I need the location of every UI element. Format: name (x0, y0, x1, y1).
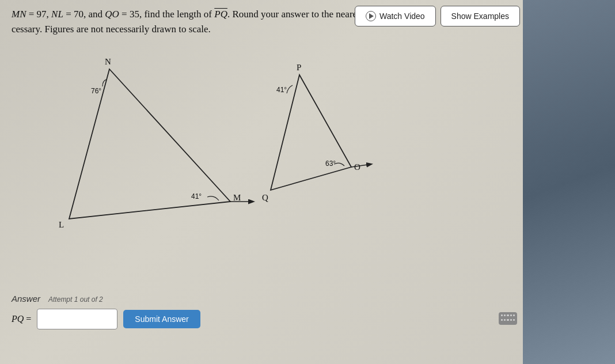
right-panel-image (523, 0, 615, 364)
problem-line1: MN = 97, NL = 70, and QO = 35, find the … (12, 9, 391, 20)
vertex-q: Q (262, 193, 268, 202)
right-panel (523, 0, 615, 364)
vertex-l: L (59, 220, 64, 229)
angle-o-label: 63° (325, 160, 336, 168)
answer-input[interactable] (37, 309, 117, 329)
watch-video-button[interactable]: Watch Video (355, 6, 436, 26)
answer-row: PQ = Submit Answer (12, 309, 200, 329)
answer-label: Answer (12, 294, 40, 304)
angle-m-label: 41° (191, 192, 202, 200)
right-triangle: P Q O 41° 63° (262, 63, 371, 202)
submit-label: Submit Answer (135, 314, 188, 324)
keyboard-icon-inner (501, 314, 515, 323)
answer-prefix: PQ = (12, 314, 31, 324)
angle-p-label: 41° (276, 86, 287, 94)
problem-line2: cessary. Figures are not necessarily dra… (12, 24, 211, 35)
show-examples-button[interactable]: Show Examples (441, 6, 520, 26)
answer-area: Answer Attempt 1 out of 2 PQ = Submit An… (12, 294, 200, 329)
vertex-o: O (354, 162, 360, 172)
attempt-label: Attempt 1 out of 2 (48, 295, 103, 304)
vertex-n: N (105, 57, 111, 66)
math-vars: MN = 97, NL = 70, and QO = 35, find the … (12, 9, 391, 20)
submit-answer-button[interactable]: Submit Answer (123, 310, 200, 328)
vertex-p: P (297, 63, 301, 72)
keyboard-icon[interactable] (499, 312, 517, 325)
angle-n-label: 76° (91, 87, 101, 95)
answer-header: Answer Attempt 1 out of 2 (12, 294, 200, 304)
play-triangle-icon (369, 13, 374, 19)
watch-video-label: Watch Video (379, 12, 425, 21)
triangles-figure: N L M 76° 41° P Q O 41° 63° (17, 52, 420, 259)
vertex-m: M (233, 193, 241, 202)
show-examples-label: Show Examples (451, 12, 509, 21)
overline-pq: PQ (214, 9, 227, 20)
left-triangle: N L M 76° 41° (59, 57, 253, 229)
play-icon (366, 11, 376, 21)
top-bar: Watch Video Show Examples (355, 6, 520, 26)
